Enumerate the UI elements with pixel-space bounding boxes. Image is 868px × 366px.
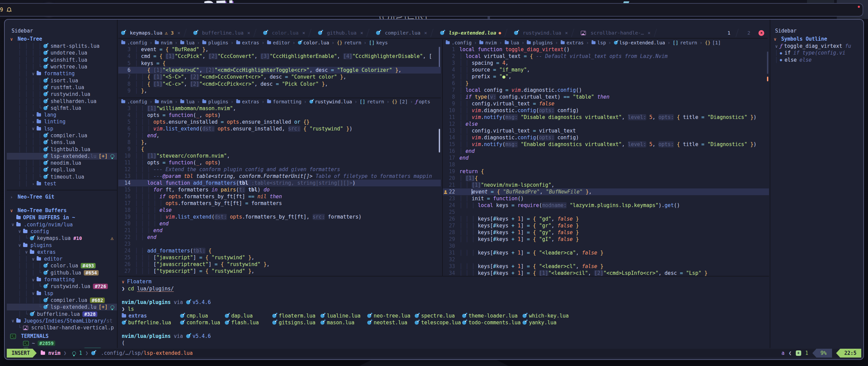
code-line-6[interactable]: 6│ │ │ vim.list_extend(dst: opts.ensure_… [118,125,441,132]
code-line-1[interactable]: 1local function toggle_diag_virtext() [443,46,769,53]
code-line-17[interactable]: 17│ │ │ │ │ opts.formatters_by_ft[ft] = … [118,200,441,207]
code-line-6[interactable]: 6│ } [443,80,769,87]
chevron-down-icon[interactable]: ∨ [30,257,37,262]
code-line-23[interactable]: 23 [118,241,441,247]
buffer-item[interactable]: ∨config [7,228,117,235]
buffer-item[interactable]: └scrollbar-handle-vertical.p [7,324,117,331]
terminal-item[interactable]: ~#2859 [7,340,117,347]
code-line-3[interactable]: 3│ │ [1]"williamboman/mason.nvim", [118,105,441,112]
code-line-27[interactable]: 27│ │ │ ["typescript"] = { "rustywind" }… [118,268,441,274]
tabpage-2[interactable]: 2 [743,30,755,36]
chevron-down-icon[interactable]: ∨ [9,318,16,323]
floaterm-terminal[interactable]: ∨Floaterm❯ cd lua/plugins/nvim/lua/plugi… [118,276,769,348]
code-line-9[interactable]: 9│ │ config.virtual_text = false [443,100,769,107]
code-line-4[interactable]: 4│ cmd = { [1]"CccPick", [2]"CccConvert"… [118,53,441,60]
chevron-down-icon[interactable]: ∨ [9,222,16,227]
code-line-11[interactable]: 11│ │ vim.notify(msg: "Disable diagnosti… [443,114,769,121]
chevron-right-icon[interactable]: › [30,113,37,118]
editor-pane-color-lua[interactable]: .config›nvim›lua›plugins›extras›editor›c… [118,39,441,98]
code-line-24[interactable]: 24│ │ add_formatters(tbl: { [118,247,441,254]
code-line-17[interactable]: 17end [443,155,769,161]
close-buffer-button[interactable]: × [758,30,764,36]
breadcrumb-item[interactable]: ƒopts [415,99,430,104]
tree-item[interactable]: ││││lightbulb.lua [7,146,117,152]
breadcrumb-item[interactable]: extras [236,40,259,45]
tab-color-lua[interactable]: color.lua× [260,30,308,36]
code-line-11[interactable]: 11│ │ opts = function(_, opts) [118,159,441,166]
code-line-8[interactable]: 8│ if type(v: config.virtual_text) == "t… [443,94,769,100]
chevron-down-icon[interactable]: ∨ [16,229,23,234]
code-line-31[interactable]: 31│ │ │ keys[#keys + 1] = { "<leader>ca"… [443,249,769,256]
sidebar-section-symbols-outline[interactable]: ∨Symbols Outline [770,35,864,43]
breadcrumb-item[interactable]: lua [180,40,195,45]
breadcrumb-item[interactable]: editor [267,40,290,45]
code-line-2[interactable]: 2│ local virtual_text = { -- Default vir… [443,53,769,60]
code-line-16[interactable]: 16│ end [443,148,769,155]
code-line-22[interactable]: 22│ │ event = { "BufReadPre", "BufNewFil… [443,188,769,195]
code-line-15[interactable]: 15│ │ vim.notify(msg: "Enabled diagnosti… [443,141,769,148]
breadcrumb-item[interactable]: extras [560,40,584,45]
code-line-30[interactable]: 30 [443,243,769,249]
sidebar-section-neo-tree-buffers[interactable]: ∨Neo-Tree Buffers [7,207,117,214]
code-line-13[interactable]: 13│ │ │ ---@param tbl table<string, conf… [118,173,441,180]
scrollbar[interactable] [439,129,440,152]
outline-symbol-else[interactable]: │◉elseelse [770,57,864,63]
breadcrumb-item[interactable]: []return [673,40,697,45]
tree-item[interactable]: ││∨formatting [7,70,117,77]
code-line-29[interactable]: 29│ │ │ keys[#keys + 1] = { "gI", false … [443,236,769,243]
tab-close-icon[interactable]: × [424,30,427,36]
breadcrumb-item[interactable]: lua [180,99,195,104]
tree-item[interactable]: ││││shellharden.lua [7,98,117,104]
buffer-item[interactable]: │└bufferline.lua#328 [7,310,117,317]
buffer-item[interactable]: │││└rustywind.lua#726 [7,283,117,290]
floaterm-fold-header[interactable]: ∨Floaterm [122,278,769,285]
sidebar-section-neo-tree-git[interactable]: ›Neo-Tree Git [7,193,117,201]
tab-bufferline-lua[interactable]: bufferline.lua× [191,30,253,36]
buffer-item[interactable]: │∨extras [7,249,117,256]
buffer-item[interactable]: │││└lsp-extended.lu[+] [7,304,117,310]
tree-item[interactable]: │││└sqlfmt.lua [7,105,117,111]
chevron-down-icon[interactable]: ∨ [30,277,37,282]
code-line-7[interactable]: 7│ │ { [1]"<S-C>", [2]"<cmd>CccConvert<c… [118,74,441,80]
code-line-8[interactable]: 8│ │ { [1]"<C-c>", [2]"<cmd>CccPick<cr>"… [118,80,441,87]
breadcrumb-item[interactable]: {}return [337,40,361,45]
buffer-item[interactable]: │└keymaps.lua#10⚠ [7,235,117,242]
breadcrumb-item[interactable]: color.lua [298,40,329,45]
tree-item[interactable]: ││││lens.lua [7,139,117,146]
tree-item[interactable]: ││││repl.lua [7,166,117,173]
tree-item[interactable]: ││││lsp-extended.lu[+] [7,153,117,160]
code-line-20[interactable]: 20│ │ │ │ end [118,220,441,227]
code-line-4[interactable]: 4│ │ source = "if_many", [443,66,769,73]
buffer-item[interactable]: │││└github.lua#654 [7,269,117,276]
tree-item[interactable]: ││›lang [7,111,117,118]
outline-symbol-if[interactable]: │◉ifif type(config.vi [770,49,864,56]
editor-pane-lsp-extended-lua[interactable]: .config›nvim›lua›plugins›extras›lsp›lsp-… [442,39,769,276]
breadcrumb-item[interactable]: []keys [369,40,388,45]
tree-item[interactable]: ││││compiler.lua [7,132,117,139]
tab-scrollbar-handle-[interactable]: scrollbar-handle-…× [578,30,653,36]
chevron-down-icon[interactable]: ∨ [16,243,23,248]
code-line-24[interactable]: 24│ │ │ local keys = require(modname: "l… [443,202,769,209]
breadcrumb-item[interactable]: lua [505,40,519,45]
tab-close-icon[interactable]: × [648,30,651,36]
chevron-down-icon[interactable]: ∨ [30,71,37,76]
editor-pane-rustywind-lua[interactable]: .config›nvim›lua›plugins›extras›formatti… [118,98,441,276]
tree-item[interactable]: ││││rustywind.lua [7,91,117,98]
code-line-21[interactable]: 21│ │ [1]"neovim/nvim-lspconfig", [443,182,769,188]
notifications-widget[interactable]: 9 [0,3,863,17]
code-line-32[interactable]: 32 [443,256,769,263]
code-line-28[interactable]: 28│ │ │ keys[#keys + 1] = { "gy", false … [443,229,769,236]
breadcrumb-item[interactable]: .config [446,40,472,45]
breadcrumb-item[interactable]: nvim [155,99,172,104]
breadcrumb-item[interactable]: .config [121,99,147,104]
sidebar-section-terminals[interactable]: TERMINALS [7,332,117,340]
breadcrumb-item[interactable]: lsp-extended.lua [614,40,665,45]
code-line-19[interactable]: 19return { [443,168,769,175]
tree-item[interactable]: ││││rustfmt.lua [7,84,117,91]
tree-item[interactable]: ││││isort.lua [7,77,117,84]
breadcrumb-item[interactable]: nvim [155,40,172,45]
tree-item[interactable]: ││›test [7,180,117,187]
buffer-item[interactable]: ││││color.lua#493 [7,262,117,269]
buffer-item[interactable]: ∨Juegos/Indies/SteamLibrary/st [7,318,117,324]
code-line-3[interactable]: 3│ │ spacing = 4, [443,60,769,66]
